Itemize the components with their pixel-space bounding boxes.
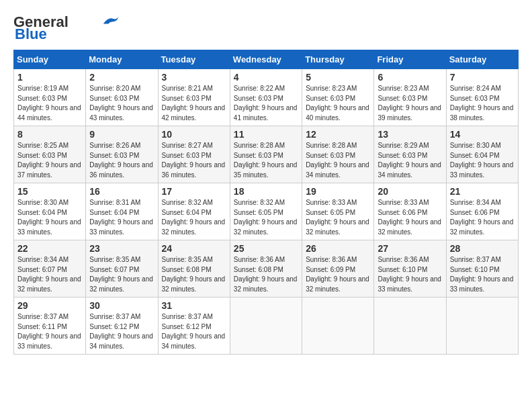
day-number: 10 <box>162 129 226 140</box>
day-info: Sunrise: 8:28 AMSunset: 6:03 PMDaylight:… <box>234 142 298 179</box>
day-cell: 25Sunrise: 8:36 AMSunset: 6:08 PMDayligh… <box>230 240 302 298</box>
empty-cell <box>302 298 374 355</box>
day-number: 9 <box>89 129 154 140</box>
logo: General Blue <box>13 13 121 43</box>
weekday-header-thursday: Thursday <box>302 50 374 69</box>
day-cell: 14Sunrise: 8:30 AMSunset: 6:04 PMDayligh… <box>446 126 518 183</box>
day-info: Sunrise: 8:34 AMSunset: 6:07 PMDaylight:… <box>17 256 81 293</box>
day-info: Sunrise: 8:25 AMSunset: 6:03 PMDaylight:… <box>17 142 81 179</box>
day-info: Sunrise: 8:33 AMSunset: 6:06 PMDaylight:… <box>378 199 441 236</box>
day-number: 16 <box>89 186 154 197</box>
day-info: Sunrise: 8:28 AMSunset: 6:03 PMDaylight:… <box>306 142 369 179</box>
day-cell: 27Sunrise: 8:36 AMSunset: 6:10 PMDayligh… <box>374 240 446 298</box>
day-cell: 26Sunrise: 8:36 AMSunset: 6:09 PMDayligh… <box>302 240 374 298</box>
day-info: Sunrise: 8:24 AMSunset: 6:03 PMDaylight:… <box>450 85 514 122</box>
day-number: 8 <box>17 129 82 140</box>
day-cell: 31Sunrise: 8:37 AMSunset: 6:12 PMDayligh… <box>158 298 230 355</box>
logo-blue: Blue <box>15 26 47 43</box>
day-number: 25 <box>234 243 298 254</box>
day-info: Sunrise: 8:20 AMSunset: 6:03 PMDaylight:… <box>89 85 153 122</box>
day-info: Sunrise: 8:35 AMSunset: 6:08 PMDaylight:… <box>162 256 226 293</box>
day-info: Sunrise: 8:23 AMSunset: 6:03 PMDaylight:… <box>378 85 441 122</box>
day-info: Sunrise: 8:32 AMSunset: 6:05 PMDaylight:… <box>234 199 298 236</box>
page-header: General Blue <box>13 13 519 43</box>
day-cell: 7Sunrise: 8:24 AMSunset: 6:03 PMDaylight… <box>446 69 518 126</box>
day-number: 3 <box>162 72 226 83</box>
day-number: 19 <box>306 186 370 197</box>
day-info: Sunrise: 8:37 AMSunset: 6:11 PMDaylight:… <box>17 313 81 350</box>
day-cell: 4Sunrise: 8:22 AMSunset: 6:03 PMDaylight… <box>230 69 302 126</box>
day-cell: 1Sunrise: 8:19 AMSunset: 6:03 PMDaylight… <box>14 69 86 126</box>
day-cell: 3Sunrise: 8:21 AMSunset: 6:03 PMDaylight… <box>158 69 230 126</box>
day-info: Sunrise: 8:31 AMSunset: 6:04 PMDaylight:… <box>89 199 153 236</box>
day-cell: 24Sunrise: 8:35 AMSunset: 6:08 PMDayligh… <box>158 240 230 298</box>
day-info: Sunrise: 8:34 AMSunset: 6:06 PMDaylight:… <box>450 199 514 236</box>
day-cell: 6Sunrise: 8:23 AMSunset: 6:03 PMDaylight… <box>374 69 446 126</box>
logo-bird-icon <box>101 15 121 27</box>
day-number: 23 <box>89 243 154 254</box>
day-number: 30 <box>89 300 154 311</box>
day-number: 28 <box>450 243 515 254</box>
day-number: 21 <box>450 186 515 197</box>
day-cell: 16Sunrise: 8:31 AMSunset: 6:04 PMDayligh… <box>86 183 158 240</box>
day-cell: 22Sunrise: 8:34 AMSunset: 6:07 PMDayligh… <box>14 240 86 298</box>
day-info: Sunrise: 8:26 AMSunset: 6:03 PMDaylight:… <box>89 142 153 179</box>
day-info: Sunrise: 8:37 AMSunset: 6:12 PMDaylight:… <box>89 313 153 350</box>
day-number: 11 <box>234 129 298 140</box>
weekday-header-saturday: Saturday <box>446 50 518 69</box>
weekday-header-wednesday: Wednesday <box>230 50 302 69</box>
day-info: Sunrise: 8:23 AMSunset: 6:03 PMDaylight:… <box>306 85 369 122</box>
day-cell: 15Sunrise: 8:30 AMSunset: 6:04 PMDayligh… <box>14 183 86 240</box>
day-info: Sunrise: 8:30 AMSunset: 6:04 PMDaylight:… <box>450 142 514 179</box>
day-info: Sunrise: 8:29 AMSunset: 6:03 PMDaylight:… <box>378 142 441 179</box>
day-number: 6 <box>378 72 442 83</box>
day-number: 27 <box>378 243 442 254</box>
day-info: Sunrise: 8:36 AMSunset: 6:10 PMDaylight:… <box>378 256 441 293</box>
empty-cell <box>446 298 518 355</box>
day-cell: 19Sunrise: 8:33 AMSunset: 6:05 PMDayligh… <box>302 183 374 240</box>
day-info: Sunrise: 8:37 AMSunset: 6:12 PMDaylight:… <box>162 313 226 350</box>
day-cell: 11Sunrise: 8:28 AMSunset: 6:03 PMDayligh… <box>230 126 302 183</box>
day-info: Sunrise: 8:36 AMSunset: 6:08 PMDaylight:… <box>234 256 298 293</box>
day-number: 18 <box>234 186 298 197</box>
day-cell: 21Sunrise: 8:34 AMSunset: 6:06 PMDayligh… <box>446 183 518 240</box>
day-info: Sunrise: 8:30 AMSunset: 6:04 PMDaylight:… <box>17 199 81 236</box>
day-cell: 20Sunrise: 8:33 AMSunset: 6:06 PMDayligh… <box>374 183 446 240</box>
weekday-header-monday: Monday <box>86 50 158 69</box>
day-cell: 10Sunrise: 8:27 AMSunset: 6:03 PMDayligh… <box>158 126 230 183</box>
day-cell: 18Sunrise: 8:32 AMSunset: 6:05 PMDayligh… <box>230 183 302 240</box>
day-cell: 12Sunrise: 8:28 AMSunset: 6:03 PMDayligh… <box>302 126 374 183</box>
day-info: Sunrise: 8:35 AMSunset: 6:07 PMDaylight:… <box>89 256 153 293</box>
empty-cell <box>230 298 302 355</box>
day-number: 24 <box>162 243 226 254</box>
day-number: 2 <box>89 72 154 83</box>
day-cell: 23Sunrise: 8:35 AMSunset: 6:07 PMDayligh… <box>86 240 158 298</box>
day-cell: 28Sunrise: 8:37 AMSunset: 6:10 PMDayligh… <box>446 240 518 298</box>
weekday-header-tuesday: Tuesday <box>158 50 230 69</box>
day-number: 31 <box>162 300 226 311</box>
day-number: 26 <box>306 243 370 254</box>
day-number: 15 <box>17 186 82 197</box>
day-cell: 13Sunrise: 8:29 AMSunset: 6:03 PMDayligh… <box>374 126 446 183</box>
empty-cell <box>374 298 446 355</box>
day-number: 5 <box>306 72 370 83</box>
day-info: Sunrise: 8:22 AMSunset: 6:03 PMDaylight:… <box>234 85 298 122</box>
day-info: Sunrise: 8:21 AMSunset: 6:03 PMDaylight:… <box>162 85 226 122</box>
day-info: Sunrise: 8:36 AMSunset: 6:09 PMDaylight:… <box>306 256 369 293</box>
day-number: 17 <box>162 186 226 197</box>
day-number: 4 <box>234 72 298 83</box>
calendar-table: SundayMondayTuesdayWednesdayThursdayFrid… <box>13 50 519 355</box>
day-number: 14 <box>450 129 515 140</box>
day-info: Sunrise: 8:27 AMSunset: 6:03 PMDaylight:… <box>162 142 226 179</box>
day-info: Sunrise: 8:32 AMSunset: 6:04 PMDaylight:… <box>162 199 226 236</box>
day-cell: 9Sunrise: 8:26 AMSunset: 6:03 PMDaylight… <box>86 126 158 183</box>
day-info: Sunrise: 8:37 AMSunset: 6:10 PMDaylight:… <box>450 256 514 293</box>
day-info: Sunrise: 8:19 AMSunset: 6:03 PMDaylight:… <box>17 85 81 122</box>
day-info: Sunrise: 8:33 AMSunset: 6:05 PMDaylight:… <box>306 199 369 236</box>
day-number: 29 <box>17 300 82 311</box>
day-cell: 5Sunrise: 8:23 AMSunset: 6:03 PMDaylight… <box>302 69 374 126</box>
day-number: 22 <box>17 243 82 254</box>
day-number: 12 <box>306 129 370 140</box>
day-cell: 8Sunrise: 8:25 AMSunset: 6:03 PMDaylight… <box>14 126 86 183</box>
day-number: 7 <box>450 72 515 83</box>
